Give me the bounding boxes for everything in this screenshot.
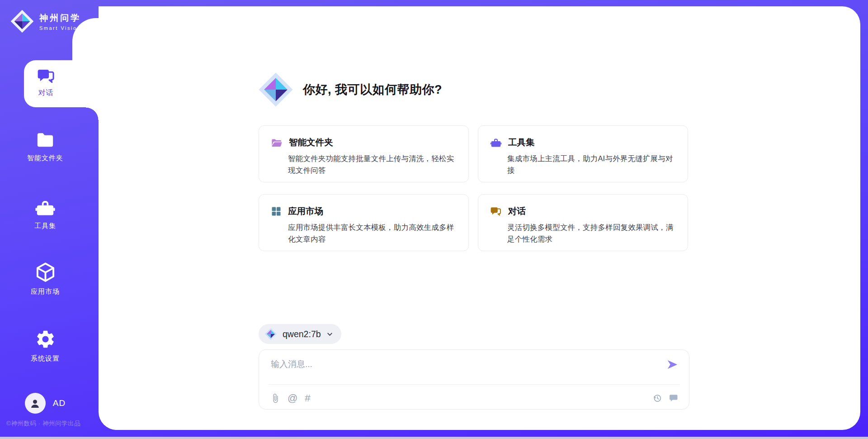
model-selector[interactable]: qwen2:7b (259, 324, 341, 344)
model-diamond-icon (264, 328, 277, 340)
hashtag-icon[interactable]: # (305, 393, 310, 403)
greeting-block: 你好, 我可以如何帮助你? (258, 72, 442, 108)
brand-logo: 神州问学 Smart Vision (10, 9, 81, 33)
active-tab-bottom-curve (86, 107, 99, 120)
toolbox-icon (35, 198, 56, 217)
sidebar-item-toolset[interactable]: 工具集 (0, 198, 90, 230)
card-chat[interactable]: 对话 灵活切换多模型文件，支持多样回复效果调试，满足个性化需求 (478, 194, 688, 251)
feature-cards: 智能文件夹 智能文件夹功能支持批量文件上传与清洗，轻松实现文件问答 工具集 集成… (259, 125, 688, 251)
folder-open-icon (271, 137, 283, 148)
card-title: 应用市场 (288, 205, 323, 217)
card-toolset[interactable]: 工具集 集成市场上主流工具，助力AI与外界无缝扩展与对接 (478, 125, 688, 182)
card-title: 工具集 (508, 136, 535, 148)
chat-icon (490, 206, 502, 216)
user-initials: AD (53, 398, 66, 408)
sidebar-item-settings[interactable]: 系统设置 (0, 329, 90, 363)
folder-icon (35, 130, 56, 149)
toolbox-icon (490, 137, 502, 148)
person-icon (29, 397, 41, 410)
sidebar-item-smart-folder[interactable]: 智能文件夹 (0, 130, 90, 162)
brand-name: 神州问学 (39, 12, 81, 24)
assistant-diamond-icon (258, 72, 294, 108)
chat-icon (37, 68, 56, 84)
send-icon[interactable] (666, 358, 679, 371)
sidebar-item-label: 对话 (38, 88, 54, 98)
attach-file-icon[interactable] (270, 393, 280, 403)
brand-diamond-icon (10, 9, 34, 33)
sidebar-item-label: 智能文件夹 (27, 154, 63, 162)
chat-bubble-icon[interactable] (669, 393, 679, 403)
composer-divider (268, 384, 680, 385)
sidebar-item-label: 工具集 (34, 222, 56, 230)
sidebar-item-label: 系统设置 (31, 354, 60, 363)
avatar (25, 393, 46, 414)
greeting-title: 你好, 我可以如何帮助你? (303, 81, 442, 98)
chevron-down-icon (326, 331, 333, 338)
message-input[interactable] (271, 358, 642, 371)
card-description: 集成市场上主流工具，助力AI与外界无缝扩展与对接 (507, 153, 676, 177)
message-composer: @ # (259, 349, 689, 410)
sidebar-item-label: 应用市场 (31, 287, 60, 296)
horizontal-scrollbar[interactable] (0, 437, 868, 439)
card-app-market[interactable]: 应用市场 应用市场提供丰富长文本模板，助力高效生成多样化文章内容 (259, 194, 469, 251)
gear-icon (35, 329, 56, 350)
model-name: qwen2:7b (283, 329, 321, 339)
card-description: 灵活切换多模型文件，支持多样回复效果调试，满足个性化需求 (507, 221, 676, 245)
brand-subtitle: Smart Vision (39, 25, 81, 31)
card-title: 智能文件夹 (289, 136, 333, 148)
card-description: 智能文件夹功能支持批量文件上传与清洗，轻松实现文件问答 (288, 153, 457, 177)
card-description: 应用市场提供丰富长文本模板，助力高效生成多样化文章内容 (288, 221, 457, 245)
card-smart-folder[interactable]: 智能文件夹 智能文件夹功能支持批量文件上传与清洗，轻松实现文件问答 (259, 125, 469, 182)
cube-icon (35, 262, 56, 283)
mention-icon[interactable]: @ (288, 393, 297, 403)
history-icon[interactable] (652, 393, 662, 403)
sidebar-item-app-market[interactable]: 应用市场 (0, 262, 90, 296)
app-background: { "brand": { "name_cn": "神州问学", "name_en… (0, 0, 868, 439)
user-menu[interactable]: AD (0, 393, 90, 414)
card-title: 对话 (508, 205, 526, 217)
copyright-text: ©神州数码 · 神州问学出品 (6, 420, 80, 428)
grid-icon (271, 206, 282, 217)
sidebar-item-chat[interactable]: 对话 (24, 60, 99, 107)
